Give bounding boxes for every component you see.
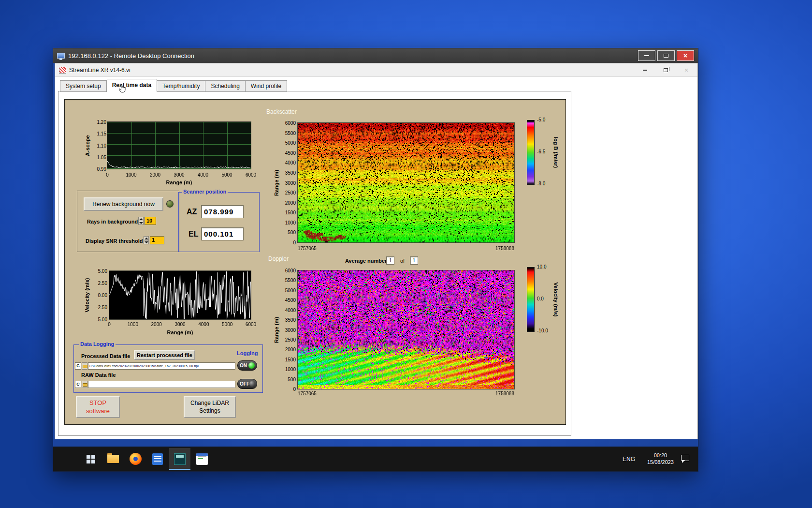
tick-label: 4000 bbox=[285, 160, 296, 165]
backscatter-colorbar bbox=[527, 120, 535, 185]
ascope-y-ticks: 1.201.151.101.050.99 bbox=[90, 122, 106, 169]
snr-threshold-field[interactable]: 1 bbox=[150, 236, 164, 244]
tick-label: 3000 bbox=[285, 180, 296, 186]
tick-label: 6000 bbox=[246, 322, 256, 327]
ascope-plot bbox=[107, 122, 251, 169]
az-field[interactable]: 078.999 bbox=[201, 205, 244, 218]
raw-drive-selector[interactable]: C bbox=[75, 381, 81, 388]
scan-scheduler-icon bbox=[196, 453, 208, 465]
snr-spinner[interactable] bbox=[144, 236, 149, 244]
processed-browse-icon[interactable] bbox=[82, 362, 87, 370]
tick-label: 5500 bbox=[285, 131, 296, 136]
minimize-button[interactable] bbox=[638, 50, 655, 61]
change-lidar-settings-button[interactable]: Change LiDAR Settings bbox=[184, 396, 236, 418]
language-indicator[interactable]: ENG bbox=[623, 447, 635, 471]
processed-data-file-path[interactable]: C:\Lidar\Data\Proc\2023\202308\20230815\… bbox=[88, 362, 235, 370]
tab-scheduling[interactable]: Scheduling bbox=[205, 80, 245, 92]
stop-software-button[interactable]: STOP software bbox=[76, 396, 120, 418]
app-window-title: StreamLine XR v14-6.vi bbox=[69, 67, 130, 74]
average-number-field[interactable]: 1 bbox=[386, 256, 394, 265]
tick-label: 4000 bbox=[285, 308, 296, 313]
velocity-y-axis-label: Velocity (m/s) bbox=[84, 278, 90, 313]
tab-bar: System setup Real time data Temp/humidit… bbox=[60, 79, 287, 92]
rays-spinner[interactable] bbox=[138, 217, 144, 225]
backscatter-x-start: 1757065 bbox=[298, 246, 317, 251]
app-restore-button[interactable] bbox=[658, 65, 673, 75]
average-number-label: Average number bbox=[345, 258, 387, 264]
tick-label: 1500 bbox=[285, 210, 296, 215]
tick-label: 2500 bbox=[285, 337, 296, 343]
tick-label: 1500 bbox=[285, 357, 296, 362]
backscatter-title: Backscatter bbox=[266, 108, 297, 115]
raw-data-file-path[interactable] bbox=[88, 381, 235, 388]
el-label: EL bbox=[188, 230, 198, 239]
tick-label: 5000 bbox=[221, 172, 232, 178]
taskbar-file-explorer[interactable] bbox=[102, 448, 124, 470]
tick-label: 1000 bbox=[126, 172, 136, 178]
velocity-x-axis-label: Range (m) bbox=[109, 329, 251, 335]
tick-label: 6000 bbox=[285, 120, 296, 126]
app-titlebar: StreamLine XR v14-6.vi × bbox=[55, 63, 697, 77]
tab-temp-humidity[interactable]: Temp/humidity bbox=[157, 80, 205, 92]
tick-label: -2.50 bbox=[96, 305, 107, 310]
doppler-colorbar-label: Velocity (m/s) bbox=[553, 283, 559, 317]
tick-label: 5000 bbox=[285, 140, 296, 146]
tick-label: 2000 bbox=[285, 347, 296, 352]
taskbar-clock[interactable]: 00:20 15/08/2023 bbox=[647, 447, 674, 471]
taskbar: ENG 00:20 15/08/2023 bbox=[53, 447, 698, 471]
tick-label: 0 bbox=[293, 387, 296, 392]
tab-wind-profile[interactable]: Wind profile bbox=[246, 80, 287, 92]
processed-drive-selector[interactable]: C bbox=[75, 362, 81, 370]
data-logging-title: Data Logging bbox=[79, 341, 116, 347]
tab-real-time-data[interactable]: Real time data bbox=[107, 79, 157, 92]
vi-icon bbox=[59, 67, 66, 74]
taskbar-firefox[interactable] bbox=[125, 448, 146, 470]
processed-logging-toggle[interactable]: ON bbox=[237, 360, 257, 371]
restart-processed-file-button[interactable]: Restart processed file bbox=[134, 350, 195, 360]
tick-label: 0.00 bbox=[98, 293, 107, 298]
app-close-button[interactable]: × bbox=[679, 65, 694, 75]
rays-in-background-field[interactable]: 10 bbox=[145, 217, 156, 225]
tick-label: 3500 bbox=[285, 170, 296, 176]
raw-browse-icon[interactable] bbox=[82, 381, 87, 388]
restore-icon bbox=[664, 68, 668, 72]
app-window-controls: × bbox=[638, 65, 694, 75]
colorbar-tick: -6.5 bbox=[537, 149, 545, 154]
start-button[interactable] bbox=[80, 448, 102, 470]
close-button[interactable]: × bbox=[677, 50, 694, 61]
taskbar-scan-scheduler[interactable] bbox=[191, 448, 213, 470]
renew-background-button[interactable]: Renew background now bbox=[84, 197, 163, 211]
logging-off-led bbox=[249, 381, 255, 387]
tick-label: 1000 bbox=[285, 367, 296, 372]
backscatter-heatmap bbox=[298, 123, 514, 242]
background-group: Renew background now Rays in background … bbox=[77, 191, 179, 252]
velocity-y-ticks: 5.002.500.00-2.50-5.00 bbox=[90, 271, 107, 319]
taskbar-streamline-app[interactable] bbox=[169, 448, 190, 470]
tick-label: 0 bbox=[108, 322, 111, 327]
firefox-icon bbox=[130, 453, 142, 465]
maximize-button[interactable] bbox=[657, 50, 675, 61]
maximize-icon bbox=[664, 54, 668, 58]
tick-label: 500 bbox=[288, 230, 296, 235]
toggle-on-label: ON bbox=[240, 363, 247, 368]
doppler-x-start: 1757065 bbox=[298, 391, 317, 396]
colorbar-tick: 0.0 bbox=[537, 296, 544, 301]
tick-label: 2.50 bbox=[98, 281, 107, 286]
el-field[interactable]: 000.101 bbox=[201, 227, 244, 240]
tick-label: 5000 bbox=[285, 288, 296, 293]
action-center-icon[interactable] bbox=[681, 455, 689, 461]
tick-label: 1.20 bbox=[97, 120, 106, 125]
change-button-line1: Change LiDAR bbox=[190, 400, 229, 407]
colorbar-tick: -8.0 bbox=[537, 181, 545, 186]
tick-label: 3000 bbox=[285, 328, 296, 333]
logging-on-led bbox=[248, 362, 255, 369]
tab-system-setup[interactable]: System setup bbox=[60, 80, 107, 92]
colorbar-tick: -10.0 bbox=[537, 328, 548, 333]
average-total-field[interactable]: 1 bbox=[410, 256, 418, 265]
rdp-window-controls: × bbox=[638, 50, 694, 61]
app-minimize-button[interactable] bbox=[638, 65, 652, 75]
rays-in-background-label: Rays in background bbox=[87, 219, 138, 224]
raw-logging-toggle[interactable]: OFF bbox=[237, 379, 257, 389]
backscatter-y-ticks: 6000550050004500400035003000250020001500… bbox=[279, 123, 296, 242]
taskbar-notes-app[interactable] bbox=[147, 448, 168, 470]
